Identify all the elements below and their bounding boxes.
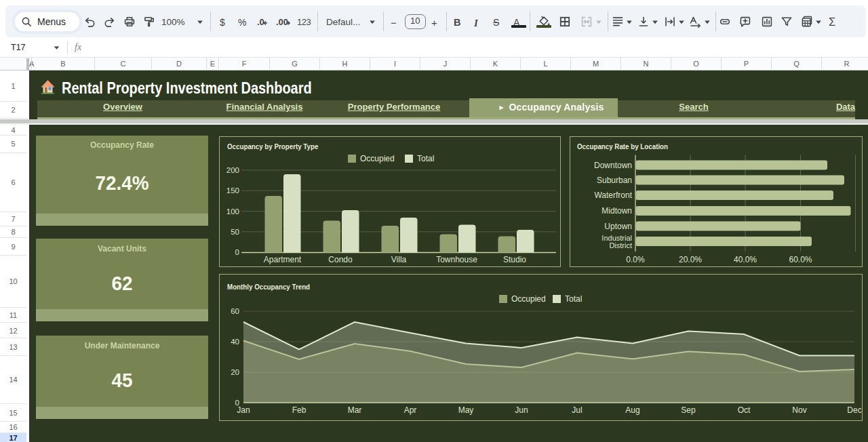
svg-text:Jan: Jan xyxy=(237,405,250,415)
svg-text:Aug: Aug xyxy=(625,405,639,415)
svg-text:May: May xyxy=(458,405,474,415)
svg-text:20.0%: 20.0% xyxy=(679,255,702,264)
svg-text:Apr: Apr xyxy=(404,405,417,415)
svg-text:Mar: Mar xyxy=(348,405,362,415)
svg-text:Studio: Studio xyxy=(503,255,526,264)
svg-text:20: 20 xyxy=(231,368,239,376)
svg-text:Feb: Feb xyxy=(292,405,307,415)
svg-text:Sep: Sep xyxy=(681,405,696,415)
svg-text:100: 100 xyxy=(226,207,239,216)
svg-text:Jun: Jun xyxy=(515,405,528,415)
svg-text:150: 150 xyxy=(226,186,239,195)
svg-text:60.0%: 60.0% xyxy=(789,255,812,264)
svg-text:District: District xyxy=(609,241,632,249)
svg-text:50: 50 xyxy=(231,228,239,236)
svg-text:Downtown: Downtown xyxy=(594,161,632,170)
svg-text:Apartment: Apartment xyxy=(264,255,302,264)
svg-text:200: 200 xyxy=(226,166,239,174)
svg-text:Uptown: Uptown xyxy=(604,222,632,231)
svg-text:Midtown: Midtown xyxy=(601,206,632,216)
svg-text:40: 40 xyxy=(231,338,239,346)
svg-text:Villa: Villa xyxy=(391,255,407,264)
svg-text:Dec: Dec xyxy=(847,405,861,415)
svg-text:0: 0 xyxy=(235,248,239,256)
svg-text:Jul: Jul xyxy=(572,405,582,415)
svg-text:60: 60 xyxy=(231,307,239,315)
svg-text:Waterfront: Waterfront xyxy=(594,190,632,200)
svg-text:Nov: Nov xyxy=(792,405,806,415)
svg-text:Condo: Condo xyxy=(328,255,353,264)
svg-text:Townhouse: Townhouse xyxy=(436,255,477,264)
svg-text:0.0%: 0.0% xyxy=(626,255,645,264)
svg-text:Suburban: Suburban xyxy=(597,176,632,185)
svg-text:40.0%: 40.0% xyxy=(734,255,757,264)
svg-text:Oct: Oct xyxy=(738,405,751,415)
